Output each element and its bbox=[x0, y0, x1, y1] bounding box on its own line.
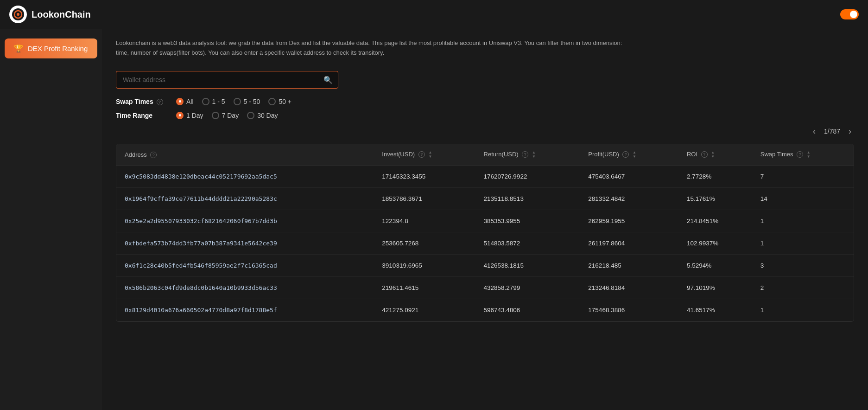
page-description: Lookonchain is a web3 data analysis tool… bbox=[116, 38, 626, 58]
col-address: Address ? bbox=[116, 144, 374, 166]
table-body: 0x9c5083dd4838e120dbeac44c052179692aa5da… bbox=[116, 165, 854, 321]
cell-address-2: 0x25e2a2d95507933032cf6821642060f967b7dd… bbox=[116, 210, 374, 232]
data-table: Address ? Invest(USD) ? ▲▼ Return(USD) bbox=[116, 144, 854, 321]
cell-roi-6: 41.6517% bbox=[678, 299, 752, 321]
cell-invest-6: 421275.0921 bbox=[374, 299, 475, 321]
time-range-radio-1day bbox=[176, 112, 184, 119]
sidebar-item-label: DEX Profit Ranking bbox=[28, 45, 88, 52]
search-icon: 🔍 bbox=[323, 76, 333, 83]
time-range-radio-group: 1 Day 7 Day 30 Day bbox=[176, 112, 278, 119]
cell-profit-4: 216218.485 bbox=[580, 254, 678, 276]
col-profit[interactable]: Profit(USD) ? ▲▼ bbox=[580, 144, 678, 166]
swap-times-radio-50plus bbox=[268, 98, 276, 105]
pagination-row: ‹ 1/787 › bbox=[116, 126, 854, 137]
cell-profit-1: 281332.4842 bbox=[580, 187, 678, 210]
cell-address-1: 0x1964f9cffa39ce77611b44dddd21a22290a528… bbox=[116, 187, 374, 210]
time-range-radio-7day bbox=[212, 112, 219, 119]
cell-return-3: 514803.5872 bbox=[475, 232, 580, 254]
cell-profit-2: 262959.1955 bbox=[580, 210, 678, 232]
cell-roi-1: 15.1761% bbox=[678, 187, 752, 210]
swap-times-radio-1-5 bbox=[202, 98, 209, 105]
roi-sort-icon: ▲▼ bbox=[711, 151, 715, 159]
time-range-option-30day[interactable]: 30 Day bbox=[247, 112, 278, 119]
profit-info-icon: ? bbox=[622, 151, 629, 158]
swap-times-col-info-icon: ? bbox=[797, 151, 803, 158]
cell-profit-6: 175468.3886 bbox=[580, 299, 678, 321]
profit-sort-icon: ▲▼ bbox=[633, 151, 636, 159]
search-input[interactable] bbox=[116, 71, 338, 89]
cell-invest-5: 219611.4615 bbox=[374, 276, 475, 299]
cell-address-4: 0x6f1c28c40b5fed4fb546f85959ae2f7c16365c… bbox=[116, 254, 374, 276]
cell-swap-times-6: 1 bbox=[752, 299, 854, 321]
search-wrapper: 🔍 bbox=[116, 71, 338, 89]
data-table-container: Address ? Invest(USD) ? ▲▼ Return(USD) bbox=[116, 144, 854, 322]
swap-times-info-icon: ? bbox=[157, 99, 163, 105]
col-swap-times[interactable]: Swap Times ? ▲▼ bbox=[752, 144, 854, 166]
address-info-icon: ? bbox=[150, 152, 157, 158]
header: LookonChain bbox=[0, 0, 868, 29]
cell-swap-times-2: 1 bbox=[752, 210, 854, 232]
sidebar-item-dex-profit-ranking[interactable]: 🏆 DEX Profit Ranking bbox=[5, 38, 97, 58]
sidebar: 🏆 DEX Profit Ranking bbox=[0, 29, 102, 410]
cell-swap-times-1: 14 bbox=[752, 187, 854, 210]
cell-return-5: 432858.2799 bbox=[475, 276, 580, 299]
cell-invest-2: 122394.8 bbox=[374, 210, 475, 232]
table-row[interactable]: 0x8129d4010a676a660502a4770d8a97f8d1788e… bbox=[116, 299, 854, 321]
swap-times-filter-row: Swap Times ? All 1 - 5 5 - 50 5 bbox=[116, 98, 854, 105]
cell-profit-3: 261197.8604 bbox=[580, 232, 678, 254]
cell-roi-3: 102.9937% bbox=[678, 232, 752, 254]
time-range-option-1day[interactable]: 1 Day bbox=[176, 112, 203, 119]
search-button[interactable]: 🔍 bbox=[323, 75, 333, 84]
cell-swap-times-0: 7 bbox=[752, 165, 854, 187]
cell-address-6: 0x8129d4010a676a660502a4770d8a97f8d1788e… bbox=[116, 299, 374, 321]
return-sort-icon: ▲▼ bbox=[532, 151, 536, 159]
cell-return-0: 17620726.9922 bbox=[475, 165, 580, 187]
table-row[interactable]: 0x6f1c28c40b5fed4fb546f85959ae2f7c16365c… bbox=[116, 254, 854, 276]
cell-roi-4: 5.5294% bbox=[678, 254, 752, 276]
invest-sort-icon: ▲▼ bbox=[428, 151, 432, 159]
cell-invest-1: 1853786.3671 bbox=[374, 187, 475, 210]
cell-return-4: 4126538.1815 bbox=[475, 254, 580, 276]
cell-roi-2: 214.8451% bbox=[678, 210, 752, 232]
swap-times-sort-icon: ▲▼ bbox=[807, 151, 811, 159]
dex-ranking-icon: 🏆 bbox=[14, 44, 23, 53]
cell-return-1: 2135118.8513 bbox=[475, 187, 580, 210]
swap-times-label: Swap Times ? bbox=[116, 98, 167, 105]
cell-swap-times-3: 1 bbox=[752, 232, 854, 254]
toggle-knob bbox=[850, 11, 857, 18]
roi-info-icon: ? bbox=[701, 151, 708, 158]
cell-address-5: 0x586b2063c04fd9de8dc0b1640a10b9933d56ac… bbox=[116, 276, 374, 299]
prev-page-button[interactable]: ‹ bbox=[810, 126, 818, 137]
col-return[interactable]: Return(USD) ? ▲▼ bbox=[475, 144, 580, 166]
time-range-option-7day[interactable]: 7 Day bbox=[212, 112, 239, 119]
cell-invest-4: 3910319.6965 bbox=[374, 254, 475, 276]
swap-times-option-all[interactable]: All bbox=[176, 98, 194, 105]
swap-times-radio-5-50 bbox=[234, 98, 241, 105]
table-header-row: Address ? Invest(USD) ? ▲▼ Return(USD) bbox=[116, 144, 854, 166]
cell-roi-0: 2.7728% bbox=[678, 165, 752, 187]
return-info-icon: ? bbox=[522, 151, 528, 158]
cell-return-2: 385353.9955 bbox=[475, 210, 580, 232]
time-range-filter-row: Time Range 1 Day 7 Day 30 Day bbox=[116, 112, 854, 119]
swap-times-option-1-5[interactable]: 1 - 5 bbox=[202, 98, 225, 105]
page-indicator: 1/787 bbox=[824, 128, 840, 135]
cell-profit-5: 213246.8184 bbox=[580, 276, 678, 299]
table-row[interactable]: 0x1964f9cffa39ce77611b44dddd21a22290a528… bbox=[116, 187, 854, 210]
swap-times-option-5-50[interactable]: 5 - 50 bbox=[234, 98, 260, 105]
theme-toggle[interactable] bbox=[840, 9, 859, 19]
cell-swap-times-5: 2 bbox=[752, 276, 854, 299]
cell-invest-3: 253605.7268 bbox=[374, 232, 475, 254]
table-row[interactable]: 0x586b2063c04fd9de8dc0b1640a10b9933d56ac… bbox=[116, 276, 854, 299]
cell-roi-5: 97.1019% bbox=[678, 276, 752, 299]
cell-address-0: 0x9c5083dd4838e120dbeac44c052179692aa5da… bbox=[116, 165, 374, 187]
swap-times-option-50plus[interactable]: 50 + bbox=[268, 98, 291, 105]
next-page-button[interactable]: › bbox=[846, 126, 854, 137]
col-invest[interactable]: Invest(USD) ? ▲▼ bbox=[374, 144, 475, 166]
col-roi[interactable]: ROI ? ▲▼ bbox=[678, 144, 752, 166]
table-row[interactable]: 0xfbdefa573b74dd3fb77a07b387a9341e5642ce… bbox=[116, 232, 854, 254]
time-range-radio-30day bbox=[247, 112, 254, 119]
table-row[interactable]: 0x25e2a2d95507933032cf6821642060f967b7dd… bbox=[116, 210, 854, 232]
logo-icon bbox=[9, 6, 27, 23]
table-row[interactable]: 0x9c5083dd4838e120dbeac44c052179692aa5da… bbox=[116, 165, 854, 187]
invest-info-icon: ? bbox=[418, 151, 425, 158]
